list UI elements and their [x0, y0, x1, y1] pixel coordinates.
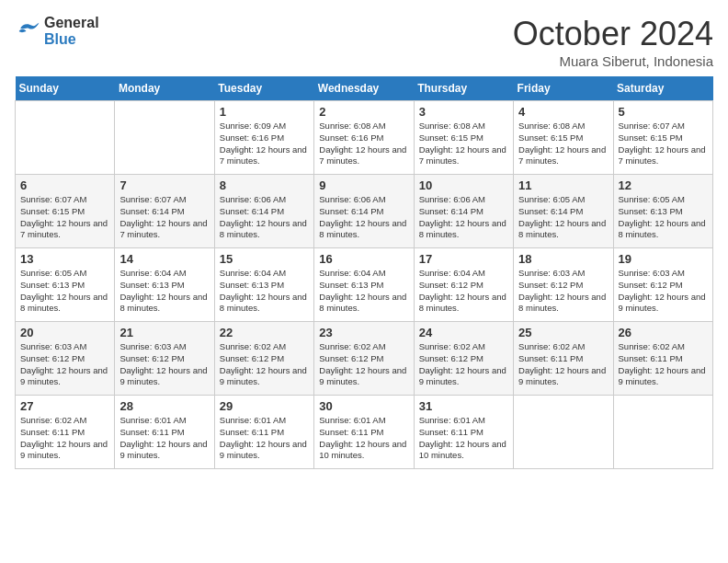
day-info: Sunrise: 6:02 AM Sunset: 6:12 PM Dayligh…	[419, 341, 508, 388]
calendar-cell: 10Sunrise: 6:06 AM Sunset: 6:14 PM Dayli…	[414, 175, 513, 248]
day-number: 29	[220, 399, 309, 413]
calendar-cell: 15Sunrise: 6:04 AM Sunset: 6:13 PM Dayli…	[214, 248, 313, 322]
day-info: Sunrise: 6:05 AM Sunset: 6:13 PM Dayligh…	[20, 268, 109, 315]
day-number: 15	[220, 252, 309, 266]
weekday-header-friday: Friday	[514, 76, 613, 101]
day-number: 26	[619, 326, 708, 339]
title-block: October 2024 Muara Siberut, Indonesia	[513, 15, 713, 69]
day-number: 8	[220, 178, 309, 192]
calendar-cell: 27Sunrise: 6:02 AM Sunset: 6:11 PM Dayli…	[16, 396, 115, 469]
day-number: 4	[518, 105, 608, 119]
month-title: October 2024	[513, 15, 713, 53]
day-info: Sunrise: 6:01 AM Sunset: 6:11 PM Dayligh…	[319, 415, 408, 462]
day-info: Sunrise: 6:06 AM Sunset: 6:14 PM Dayligh…	[319, 194, 408, 241]
calendar-cell	[613, 396, 712, 469]
day-number: 27	[20, 399, 109, 413]
day-info: Sunrise: 6:08 AM Sunset: 6:15 PM Dayligh…	[518, 121, 608, 167]
day-number: 1	[220, 105, 309, 119]
calendar-table: SundayMondayTuesdayWednesdayThursdayFrid…	[15, 76, 713, 469]
calendar-cell: 25Sunrise: 6:02 AM Sunset: 6:11 PM Dayli…	[514, 322, 613, 396]
day-info: Sunrise: 6:08 AM Sunset: 6:16 PM Dayligh…	[319, 121, 408, 167]
calendar-cell	[115, 101, 214, 175]
calendar-cell: 28Sunrise: 6:01 AM Sunset: 6:11 PM Dayli…	[115, 396, 214, 469]
day-info: Sunrise: 6:07 AM Sunset: 6:15 PM Dayligh…	[619, 121, 708, 167]
calendar-cell: 11Sunrise: 6:05 AM Sunset: 6:14 PM Dayli…	[514, 175, 613, 248]
day-number: 10	[419, 178, 508, 192]
day-number: 12	[619, 178, 708, 192]
day-info: Sunrise: 6:02 AM Sunset: 6:11 PM Dayligh…	[619, 341, 708, 388]
day-info: Sunrise: 6:02 AM Sunset: 6:12 PM Dayligh…	[319, 341, 408, 388]
calendar-cell: 26Sunrise: 6:02 AM Sunset: 6:11 PM Dayli…	[613, 322, 712, 396]
calendar-cell: 14Sunrise: 6:04 AM Sunset: 6:13 PM Dayli…	[115, 248, 214, 322]
calendar-cell: 5Sunrise: 6:07 AM Sunset: 6:15 PM Daylig…	[613, 101, 712, 175]
calendar-cell: 18Sunrise: 6:03 AM Sunset: 6:12 PM Dayli…	[514, 248, 613, 322]
day-info: Sunrise: 6:03 AM Sunset: 6:12 PM Dayligh…	[619, 268, 708, 315]
calendar-week-row: 20Sunrise: 6:03 AM Sunset: 6:12 PM Dayli…	[16, 322, 713, 396]
day-number: 23	[319, 326, 408, 339]
day-number: 16	[319, 252, 408, 266]
location-title: Muara Siberut, Indonesia	[513, 53, 713, 69]
day-number: 17	[419, 252, 508, 266]
day-number: 21	[119, 326, 209, 339]
day-info: Sunrise: 6:02 AM Sunset: 6:12 PM Dayligh…	[220, 341, 309, 388]
day-number: 25	[518, 326, 608, 339]
day-info: Sunrise: 6:04 AM Sunset: 6:12 PM Dayligh…	[419, 268, 508, 315]
calendar-cell: 23Sunrise: 6:02 AM Sunset: 6:12 PM Dayli…	[314, 322, 414, 396]
day-info: Sunrise: 6:03 AM Sunset: 6:12 PM Dayligh…	[119, 341, 209, 388]
calendar-cell: 30Sunrise: 6:01 AM Sunset: 6:11 PM Dayli…	[314, 396, 414, 469]
day-info: Sunrise: 6:06 AM Sunset: 6:14 PM Dayligh…	[220, 194, 309, 241]
day-info: Sunrise: 6:07 AM Sunset: 6:15 PM Dayligh…	[20, 194, 109, 241]
weekday-header-wednesday: Wednesday	[314, 76, 414, 101]
day-info: Sunrise: 6:08 AM Sunset: 6:15 PM Dayligh…	[419, 121, 508, 167]
day-info: Sunrise: 6:04 AM Sunset: 6:13 PM Dayligh…	[220, 268, 309, 315]
day-number: 28	[119, 399, 209, 413]
day-number: 3	[419, 105, 508, 119]
day-number: 5	[619, 105, 708, 119]
calendar-cell: 4Sunrise: 6:08 AM Sunset: 6:15 PM Daylig…	[514, 101, 613, 175]
logo: General Blue	[15, 15, 99, 48]
calendar-cell: 12Sunrise: 6:05 AM Sunset: 6:13 PM Dayli…	[613, 175, 712, 248]
day-number: 9	[319, 178, 408, 192]
calendar-week-row: 13Sunrise: 6:05 AM Sunset: 6:13 PM Dayli…	[16, 248, 713, 322]
calendar-cell: 8Sunrise: 6:06 AM Sunset: 6:14 PM Daylig…	[214, 175, 313, 248]
day-number: 24	[419, 326, 508, 339]
day-info: Sunrise: 6:02 AM Sunset: 6:11 PM Dayligh…	[518, 341, 608, 388]
day-info: Sunrise: 6:03 AM Sunset: 6:12 PM Dayligh…	[518, 268, 608, 315]
calendar-cell: 6Sunrise: 6:07 AM Sunset: 6:15 PM Daylig…	[16, 175, 115, 248]
calendar-cell: 1Sunrise: 6:09 AM Sunset: 6:16 PM Daylig…	[214, 101, 313, 175]
day-number: 2	[319, 105, 408, 119]
day-number: 22	[220, 326, 309, 339]
calendar-cell	[514, 396, 613, 469]
logo-text: General Blue	[44, 15, 99, 48]
calendar-week-row: 27Sunrise: 6:02 AM Sunset: 6:11 PM Dayli…	[16, 396, 713, 469]
weekday-header-row: SundayMondayTuesdayWednesdayThursdayFrid…	[16, 76, 713, 101]
calendar-cell: 19Sunrise: 6:03 AM Sunset: 6:12 PM Dayli…	[613, 248, 712, 322]
calendar-cell: 17Sunrise: 6:04 AM Sunset: 6:12 PM Dayli…	[414, 248, 513, 322]
weekday-header-monday: Monday	[115, 76, 214, 101]
logo-icon	[15, 18, 40, 44]
calendar-cell: 22Sunrise: 6:02 AM Sunset: 6:12 PM Dayli…	[214, 322, 313, 396]
calendar-week-row: 1Sunrise: 6:09 AM Sunset: 6:16 PM Daylig…	[16, 101, 713, 175]
day-number: 14	[119, 252, 209, 266]
day-info: Sunrise: 6:02 AM Sunset: 6:11 PM Dayligh…	[20, 415, 109, 462]
day-number: 31	[419, 399, 508, 413]
calendar-cell: 21Sunrise: 6:03 AM Sunset: 6:12 PM Dayli…	[115, 322, 214, 396]
weekday-header-thursday: Thursday	[414, 76, 513, 101]
day-number: 6	[20, 178, 109, 192]
calendar-cell: 9Sunrise: 6:06 AM Sunset: 6:14 PM Daylig…	[314, 175, 414, 248]
calendar-cell: 31Sunrise: 6:01 AM Sunset: 6:11 PM Dayli…	[414, 396, 513, 469]
day-info: Sunrise: 6:04 AM Sunset: 6:13 PM Dayligh…	[319, 268, 408, 315]
calendar-cell: 29Sunrise: 6:01 AM Sunset: 6:11 PM Dayli…	[214, 396, 313, 469]
day-number: 30	[319, 399, 408, 413]
day-info: Sunrise: 6:06 AM Sunset: 6:14 PM Dayligh…	[419, 194, 508, 241]
day-number: 19	[619, 252, 708, 266]
day-info: Sunrise: 6:01 AM Sunset: 6:11 PM Dayligh…	[119, 415, 209, 462]
calendar-cell: 24Sunrise: 6:02 AM Sunset: 6:12 PM Dayli…	[414, 322, 513, 396]
day-info: Sunrise: 6:04 AM Sunset: 6:13 PM Dayligh…	[119, 268, 209, 315]
day-number: 13	[20, 252, 109, 266]
day-number: 7	[119, 178, 209, 192]
calendar-week-row: 6Sunrise: 6:07 AM Sunset: 6:15 PM Daylig…	[16, 175, 713, 248]
day-info: Sunrise: 6:01 AM Sunset: 6:11 PM Dayligh…	[419, 415, 508, 462]
calendar-cell: 13Sunrise: 6:05 AM Sunset: 6:13 PM Dayli…	[16, 248, 115, 322]
weekday-header-saturday: Saturday	[613, 76, 712, 101]
